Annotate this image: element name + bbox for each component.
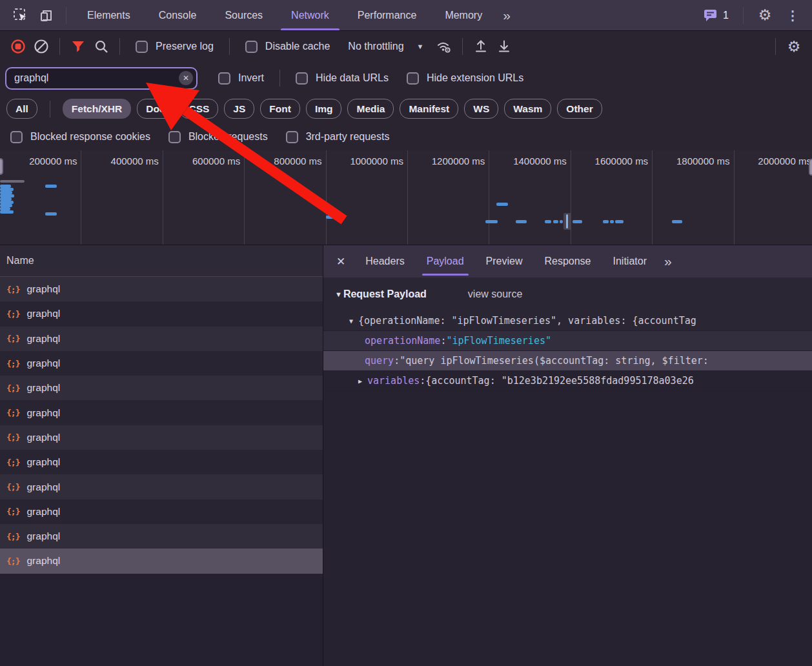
request-row[interactable]: {;}graphql	[0, 277, 323, 301]
import-har-icon[interactable]	[492, 35, 516, 57]
timeline-column: 1600000 ms	[571, 150, 653, 245]
filter-chip-img[interactable]: Img	[306, 99, 342, 119]
request-row[interactable]: {;}graphql	[0, 524, 323, 549]
timeline-tick-label: 1000000 ms	[350, 150, 407, 245]
hide-data-urls-toggle[interactable]: Hide data URLs	[296, 72, 389, 85]
blocked-requests-toggle[interactable]: Blocked requests	[168, 131, 268, 143]
filter-icon[interactable]	[66, 35, 90, 57]
network-overview-timeline[interactable]: 200000 ms400000 ms600000 ms800000 ms1000…	[0, 150, 812, 245]
invert-toggle[interactable]: Invert	[218, 72, 264, 85]
filter-chip-manifest[interactable]: Manifest	[400, 99, 458, 119]
filter-input[interactable]	[5, 67, 198, 90]
detail-tab-preview[interactable]: Preview	[475, 245, 534, 278]
device-toolbar-icon[interactable]	[34, 5, 59, 26]
network-settings-gear-icon[interactable]: ⚙	[782, 35, 806, 57]
collapsed-triangle-icon[interactable]: ▶	[356, 378, 365, 385]
payload-row[interactable]: ▼{operationName: "ipFlowTimeseries", var…	[323, 311, 812, 331]
request-row[interactable]: {;}graphql	[0, 327, 323, 351]
disable-cache-label: Disable cache	[265, 41, 330, 52]
request-row[interactable]: {;}graphql	[0, 301, 323, 326]
waterfall-bar	[573, 220, 582, 223]
filter-chip-other[interactable]: Other	[557, 99, 602, 119]
preserve-log-checkbox[interactable]	[136, 41, 148, 53]
third-party-checkbox[interactable]	[286, 131, 298, 143]
request-name: graphql	[26, 530, 60, 542]
search-icon[interactable]	[90, 35, 113, 57]
request-row[interactable]: {;}graphql	[0, 376, 323, 400]
hide-data-urls-checkbox[interactable]	[296, 72, 308, 85]
blocked-cookies-toggle[interactable]: Blocked response cookies	[10, 131, 150, 143]
request-payload-section[interactable]: ▼ Request Payload view source	[323, 278, 812, 311]
filter-chip-all[interactable]: All	[6, 99, 37, 119]
devtools-tabbar: ElementsConsoleSourcesNetworkPerformance…	[0, 0, 812, 31]
detail-tab-initiator[interactable]: Initiator	[602, 245, 658, 278]
request-name: graphql	[26, 358, 60, 369]
overview-right-handle[interactable]	[809, 159, 812, 176]
filter-chip-doc[interactable]: Doc	[137, 99, 174, 119]
export-har-icon[interactable]	[469, 35, 492, 57]
blocked-requests-label: Blocked requests	[188, 131, 268, 143]
expanded-triangle-icon[interactable]: ▼	[347, 318, 356, 325]
tab-elements[interactable]: Elements	[73, 0, 145, 30]
request-name: graphql	[26, 555, 60, 567]
settings-gear-icon[interactable]: ⚙	[753, 8, 777, 23]
hide-data-urls-label: Hide data URLs	[316, 72, 389, 84]
timeline-tick-label: 400000 ms	[111, 150, 163, 245]
tab-console[interactable]: Console	[145, 0, 211, 30]
detail-tab-headers[interactable]: Headers	[354, 245, 415, 278]
request-row[interactable]: {;}graphql	[0, 400, 323, 425]
tab-performance[interactable]: Performance	[343, 0, 431, 30]
request-row[interactable]: {;}graphql	[0, 474, 323, 499]
detail-more-tabs-icon[interactable]: »	[658, 245, 677, 278]
inspect-element-icon[interactable]	[8, 5, 34, 26]
detail-tab-payload[interactable]: Payload	[416, 245, 475, 278]
tabbar-left-icons	[0, 0, 73, 30]
filter-chip-media[interactable]: Media	[347, 99, 394, 119]
more-tabs-icon[interactable]: »	[496, 0, 516, 30]
clear-network-log-icon[interactable]	[30, 35, 53, 57]
name-column-header[interactable]: Name	[0, 245, 323, 277]
request-row[interactable]: {;}graphql	[0, 500, 323, 524]
preserve-log-toggle[interactable]: Preserve log	[136, 41, 214, 53]
tab-sources[interactable]: Sources	[210, 0, 277, 30]
detail-tab-response[interactable]: Response	[533, 245, 602, 278]
request-detail-panel: ✕ HeadersPayloadPreviewResponseInitiator…	[323, 245, 812, 666]
invert-checkbox[interactable]	[218, 72, 230, 85]
close-icon[interactable]: ✕	[327, 245, 354, 278]
filter-chip-js[interactable]: JS	[224, 99, 254, 119]
view-source-link[interactable]: view source	[468, 288, 522, 300]
waterfall-bar	[545, 220, 551, 223]
kebab-menu-icon[interactable]: ⋮	[780, 8, 806, 23]
tab-network[interactable]: Network	[277, 0, 343, 30]
hide-extension-urls-toggle[interactable]: Hide extension URLs	[407, 72, 523, 85]
collapse-triangle-icon: ▼	[335, 290, 342, 298]
network-conditions-icon[interactable]	[432, 35, 456, 57]
waterfall-bar	[516, 220, 527, 223]
filter-chip-css[interactable]: CSS	[179, 99, 218, 119]
filter-chip-wasm[interactable]: Wasm	[504, 99, 551, 119]
overview-left-handle[interactable]	[0, 158, 3, 175]
payload-row[interactable]: operationName: "ipFlowTimeseries"	[323, 331, 812, 351]
record-button[interactable]	[6, 35, 30, 57]
clear-filter-icon[interactable]: ✕	[179, 71, 193, 85]
filter-chip-ws[interactable]: WS	[464, 99, 498, 119]
request-row[interactable]: {;}graphql	[0, 549, 323, 573]
disable-cache-toggle[interactable]: Disable cache	[245, 41, 330, 53]
payload-row[interactable]: ▶variables: {accountTag: "b12e3b2192ee55…	[323, 371, 812, 391]
message-icon	[704, 9, 718, 22]
issues-button[interactable]: 1	[698, 9, 734, 22]
filter-chip-fetch-xhr[interactable]: Fetch/XHR	[63, 99, 131, 119]
disable-cache-checkbox[interactable]	[245, 41, 258, 53]
blocked-cookies-checkbox[interactable]	[10, 131, 23, 143]
request-row[interactable]: {;}graphql	[0, 351, 323, 376]
third-party-toggle[interactable]: 3rd-party requests	[286, 131, 390, 143]
request-row[interactable]: {;}graphql	[0, 450, 323, 474]
tab-memory[interactable]: Memory	[431, 0, 496, 30]
payload-row[interactable]: query: "query ipFlowTimeseries($accountT…	[323, 351, 812, 371]
filter-chip-font[interactable]: Font	[260, 99, 300, 119]
hide-extension-urls-checkbox[interactable]	[407, 72, 419, 85]
blocked-requests-checkbox[interactable]	[168, 131, 181, 143]
divider	[59, 38, 60, 55]
throttling-dropdown[interactable]: No throttling ▼	[348, 41, 423, 52]
request-row[interactable]: {;}graphql	[0, 425, 323, 450]
